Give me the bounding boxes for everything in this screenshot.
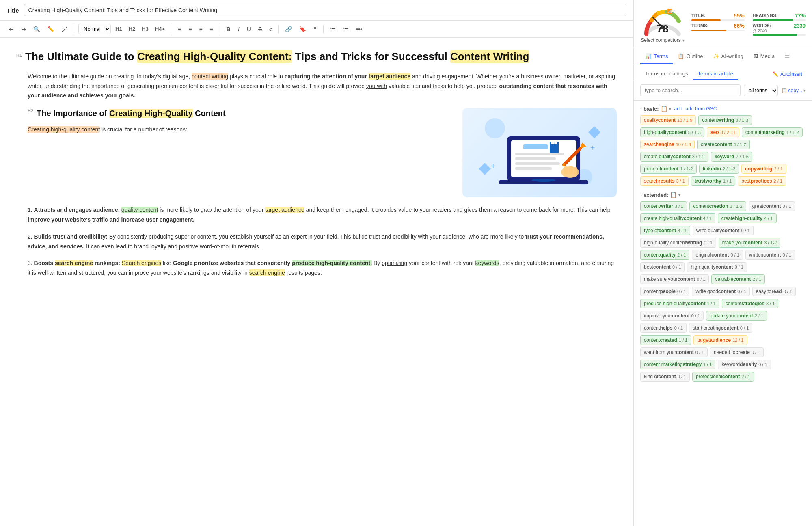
term-tag[interactable]: trustworthy1 / 1 xyxy=(691,176,735,186)
tab-outline[interactable]: 📋 Outline xyxy=(673,49,708,64)
term-tag[interactable]: keyword density0 / 1 xyxy=(718,360,771,369)
h4-button[interactable]: H4+ xyxy=(153,25,167,33)
align-justify-button[interactable]: ≡ xyxy=(207,24,216,34)
tab-terms[interactable]: 📊 Terms xyxy=(640,49,673,64)
term-word: high-quality content xyxy=(644,240,686,246)
term-tag[interactable]: high-quality content5 / 1-3 xyxy=(640,127,704,137)
term-tag[interactable]: content creation3 / 1-2 xyxy=(689,201,746,211)
bold-button[interactable]: B xyxy=(224,24,233,34)
term-tag[interactable]: high quality content0 / 1 xyxy=(687,262,747,272)
tab-settings[interactable]: ☰ xyxy=(780,48,795,65)
more-options-button[interactable]: ••• xyxy=(354,24,365,34)
h1-button[interactable]: H1 xyxy=(113,25,124,33)
term-tag[interactable]: content helps0 / 1 xyxy=(640,323,687,333)
h3-button[interactable]: H3 xyxy=(140,25,151,33)
term-tag[interactable]: write quality content0 / 1 xyxy=(693,226,754,235)
term-tag[interactable]: create high-quality4 / 1 xyxy=(718,213,777,223)
copy-button[interactable]: 📋 copy... ▾ xyxy=(781,88,806,93)
search-input[interactable] xyxy=(640,84,741,96)
term-tag[interactable]: make sure your content0 / 1 xyxy=(640,274,709,284)
term-keyword: content xyxy=(658,117,676,123)
term-tag[interactable]: produce high-quality content1 / 1 xyxy=(640,299,719,308)
term-tag[interactable]: content marketing strategy1 / 1 xyxy=(640,360,715,369)
term-tag[interactable]: content writer3 / 1 xyxy=(640,201,687,211)
search-button[interactable]: 🔍 xyxy=(31,24,43,34)
term-tag[interactable]: search engine10 / 1-4 xyxy=(640,140,695,149)
term-tag[interactable]: high-quality content writing0 / 1 xyxy=(640,238,716,248)
term-word: make sure your xyxy=(644,276,678,282)
ordered-list-button[interactable]: ≔ xyxy=(328,24,338,34)
add-link[interactable]: add xyxy=(674,106,682,112)
term-tag[interactable]: improve your content0 / 1 xyxy=(640,311,704,321)
term-tag[interactable]: content quality2 / 1 xyxy=(640,250,689,260)
editor-content[interactable]: H1 The Ultimate Guide to Creating High-Q… xyxy=(0,38,633,526)
term-tag[interactable]: copywriting2 / 1 xyxy=(741,164,786,174)
basic-copy-icon[interactable]: 📋 xyxy=(661,106,667,112)
term-tag[interactable]: start creating content0 / 1 xyxy=(689,323,752,333)
term-tag[interactable]: piece of content1 / 1-2 xyxy=(640,164,697,174)
sub-tab-article[interactable]: Terms in article xyxy=(693,68,738,80)
code-button[interactable]: 𝘤 xyxy=(267,24,274,34)
add-from-gsc-link[interactable]: add from GSC xyxy=(686,106,717,112)
align-center-button[interactable]: ≡ xyxy=(186,24,194,34)
term-tag[interactable]: valuable content2 / 1 xyxy=(711,274,764,284)
tab-ai-writing[interactable]: ✨ AI-writing xyxy=(708,49,748,64)
term-tag[interactable]: quality content18 / 1-9 xyxy=(640,115,696,125)
quote-button[interactable]: ❝ xyxy=(311,24,319,34)
underline-button[interactable]: U xyxy=(244,24,253,34)
term-tag[interactable]: linkedin2 / 1-2 xyxy=(699,164,739,174)
term-tag[interactable]: make your content3 / 1-2 xyxy=(719,238,781,248)
select-competitors-btn[interactable]: Select competitors ▾ xyxy=(641,37,685,43)
title-input[interactable] xyxy=(24,4,626,16)
term-tag[interactable]: needed to create0 / 1 xyxy=(710,347,764,357)
format-select[interactable]: NormalH1H2H3H4+ xyxy=(78,24,111,34)
pen-button[interactable]: ✏️ xyxy=(45,24,57,34)
link-button[interactable]: 🔗 xyxy=(283,24,294,34)
term-tag[interactable]: target audience12 / 1 xyxy=(693,335,747,345)
term-tag[interactable]: update your content2 / 1 xyxy=(706,311,767,321)
term-tag[interactable]: want from your content0 / 1 xyxy=(640,347,708,357)
term-tag[interactable]: content people0 / 1 xyxy=(640,287,689,296)
term-tag[interactable]: original content0 / 1 xyxy=(692,250,743,260)
align-right-button[interactable]: ≡ xyxy=(197,24,205,34)
italic-button[interactable]: I xyxy=(235,24,242,34)
term-tag[interactable]: best practices2 / 1 xyxy=(738,176,786,186)
term-tag[interactable]: seo8 / 2-11 xyxy=(707,127,739,137)
term-tag[interactable]: kind of content0 / 1 xyxy=(640,372,690,382)
strikethrough-button[interactable]: S xyxy=(256,24,264,34)
sub-tab-headings[interactable]: Terms in headings xyxy=(640,68,693,80)
term-tag[interactable]: best content0 / 1 xyxy=(640,262,685,272)
h2-button[interactable]: H2 xyxy=(127,25,138,33)
redo-button[interactable]: ↪ xyxy=(19,24,28,34)
term-tag[interactable]: search results3 / 1 xyxy=(640,176,689,186)
term-tag[interactable]: professional content2 / 1 xyxy=(692,372,754,382)
term-tag[interactable]: create content4 / 1-2 xyxy=(697,140,750,149)
term-tag[interactable]: keyword7 / 1-5 xyxy=(711,152,752,162)
unordered-list-button[interactable]: ≔ xyxy=(341,24,351,34)
term-word: content xyxy=(726,301,741,306)
term-tag[interactable]: great content0 / 1 xyxy=(749,201,795,211)
term-tag[interactable]: easy to read0 / 1 xyxy=(752,287,796,296)
term-tag[interactable]: content strategies3 / 1 xyxy=(722,299,778,308)
align-left-button[interactable]: ≡ xyxy=(175,24,184,34)
terms-panel[interactable]: ℹ basic: 📋 ▾ add add from GSC quality co… xyxy=(634,101,812,526)
basic-dropdown[interactable]: ▾ xyxy=(669,107,671,111)
term-keyword: content xyxy=(715,264,733,270)
term-tag[interactable]: create quality content3 / 1-2 xyxy=(640,152,708,162)
bookmark-button[interactable]: 🔖 xyxy=(297,24,309,34)
terms-filter-select[interactable]: all terms missing used xyxy=(744,85,778,96)
extended-copy-icon[interactable]: 📋 xyxy=(670,192,677,198)
undo-button[interactable]: ↩ xyxy=(6,24,16,34)
term-tag[interactable]: write good content0 / 1 xyxy=(692,287,749,296)
term-tag[interactable]: content created1 / 1 xyxy=(640,335,691,345)
term-tag[interactable]: type of content4 / 1 xyxy=(640,226,690,235)
term-tag[interactable]: content marketing1 / 1-2 xyxy=(742,127,803,137)
autoinsert-button[interactable]: ✏️ Autoinsert xyxy=(769,70,806,79)
term-tag[interactable]: content writing8 / 1-3 xyxy=(698,115,752,125)
tab-media[interactable]: 🖼 Media xyxy=(748,49,780,64)
term-keyword: content xyxy=(763,203,781,209)
term-tag[interactable]: create high-quality content4 / 1 xyxy=(640,213,715,223)
term-tag[interactable]: written content0 / 1 xyxy=(745,250,795,260)
highlight-button[interactable]: 🖊 xyxy=(59,24,70,34)
extended-dropdown[interactable]: ▾ xyxy=(678,193,680,197)
